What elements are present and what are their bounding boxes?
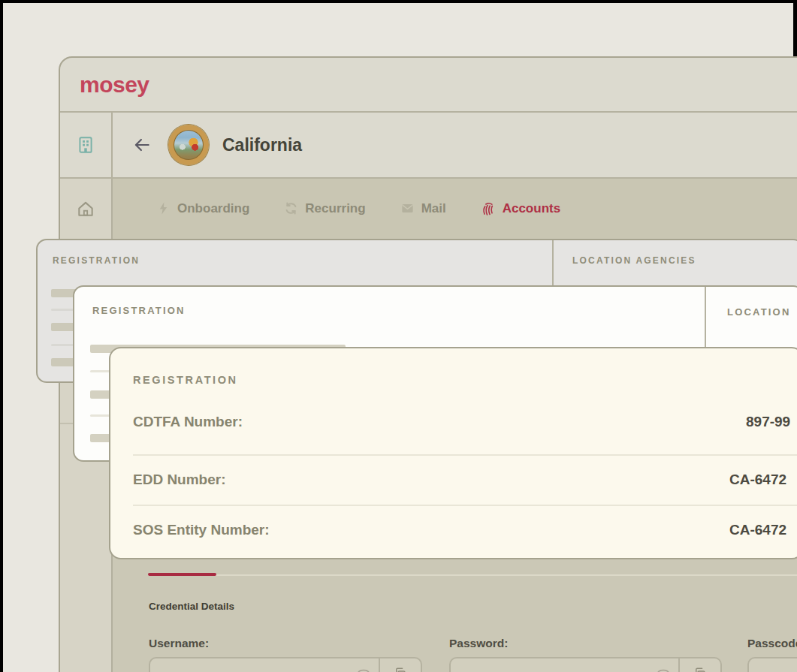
sidebar-item-home[interactable] — [60, 179, 113, 238]
copy-icon — [693, 667, 707, 672]
tab-label: Recurring — [305, 201, 365, 216]
reveal-password-button[interactable] — [656, 666, 671, 672]
cdtfa-number-value: 897-99 — [746, 414, 790, 430]
row-divider — [133, 454, 797, 456]
tab-label: Onboarding — [177, 201, 249, 216]
tab-accounts[interactable]: Accounts — [481, 201, 560, 216]
edd-number-value: CA-6472 — [729, 472, 786, 488]
lightning-icon — [156, 201, 171, 215]
sidebar-item-company[interactable] — [60, 113, 113, 177]
sos-entity-number-value: CA-6472 — [729, 522, 786, 538]
nav-bar: Onboarding Recurring M — [60, 179, 797, 238]
building-icon — [76, 135, 95, 155]
credential-details-title: Credential Details — [149, 601, 234, 612]
screen: mosey Cal — [0, 0, 797, 672]
passcode-label: Passcode: — [747, 637, 797, 650]
eye-icon — [656, 666, 671, 672]
password-input[interactable] — [449, 657, 722, 672]
nav-tabs: Onboarding Recurring M — [113, 179, 797, 238]
sos-entity-number-label: SOS Entity Number: — [133, 522, 270, 538]
state-header-row: California — [60, 113, 797, 177]
tab-label: Mail — [421, 201, 446, 216]
passcode-input[interactable] — [747, 657, 797, 672]
tab-label: Accounts — [503, 201, 560, 216]
home-icon — [76, 199, 95, 218]
left-arrow-icon — [132, 135, 152, 155]
fingerprint-icon — [481, 201, 496, 216]
password-label: Password: — [449, 637, 508, 650]
copy-username-button[interactable] — [380, 658, 421, 672]
mosey-logo: mosey — [80, 72, 149, 98]
refresh-icon — [284, 201, 298, 215]
edd-number-label: EDD Number: — [133, 472, 226, 488]
row-divider — [133, 505, 797, 506]
card-header-location-agencies: LOCATION AGENCIES — [572, 255, 696, 266]
card-header: REGISTRATION — [92, 305, 186, 316]
card-header: REGISTRATION — [133, 374, 238, 386]
tab-recurring[interactable]: Recurring — [284, 201, 365, 216]
california-state-seal — [168, 125, 209, 165]
cdtfa-number-label: CDTFA Number: — [133, 414, 243, 430]
username-input[interactable] — [149, 657, 422, 672]
tab-onboarding[interactable]: Onboarding — [156, 201, 249, 216]
back-button[interactable] — [131, 134, 153, 156]
logo-bar: mosey — [60, 58, 797, 111]
reveal-username-button[interactable] — [356, 666, 371, 672]
copy-password-button[interactable] — [680, 658, 720, 672]
registration-card-front: REGISTRATION CDTFA Number: 897-99 EDD Nu… — [109, 347, 797, 559]
tab-mail[interactable]: Mail — [400, 201, 446, 216]
username-label: Username: — [149, 637, 209, 650]
eye-icon — [356, 666, 371, 672]
copy-icon — [394, 667, 407, 672]
section-rule — [148, 574, 797, 576]
active-tab-indicator — [148, 573, 216, 576]
mail-icon — [400, 201, 415, 215]
page-title: California — [222, 135, 302, 155]
card-header: REGISTRATION — [53, 255, 140, 266]
card-header-location: LOCATION — [727, 306, 791, 318]
